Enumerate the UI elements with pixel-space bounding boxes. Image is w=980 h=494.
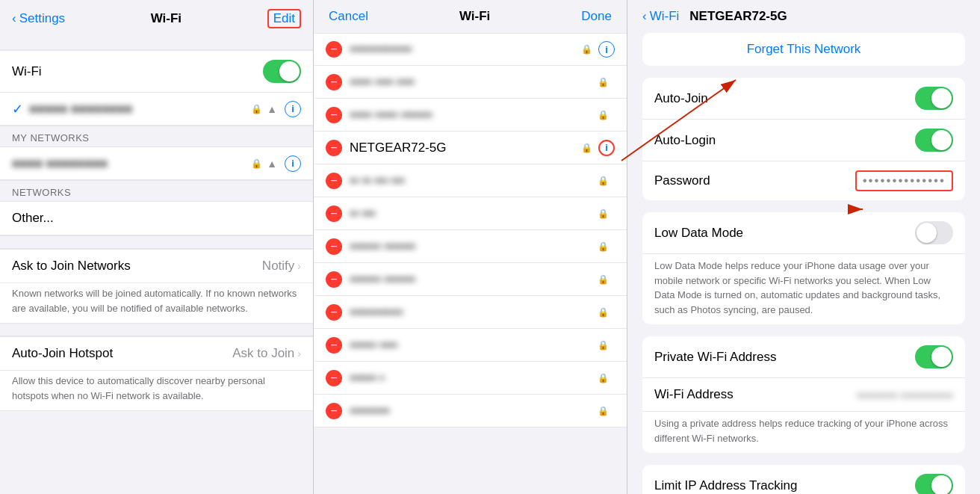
auto-join-toggle[interactable]	[915, 87, 953, 110]
network-name-6: •• •••	[350, 206, 598, 221]
left-content: Wi-Fi ✓ ●●●●● ●●●●●●●● 🔒 ▲ i MY NETWORKS…	[0, 37, 313, 494]
network-list-item-4: −NETGEAR72-5G🔒i	[314, 132, 627, 164]
network-list-item-8: −••••••• •••••••🔒	[314, 263, 627, 296]
network-name-5: •• •• ••• •••	[350, 173, 598, 188]
lock-icon-10: 🔒	[598, 340, 609, 351]
network-icons-1: 🔒	[581, 44, 592, 55]
password-field[interactable]: ••••••••••••••	[855, 170, 953, 191]
low-data-mode-toggle[interactable]	[915, 221, 953, 244]
network-icons-5: 🔒	[598, 176, 609, 186]
network-name-3: ••••• ••••• •••••••	[350, 108, 598, 123]
wifi-address-value: ●●●●●●● ●●●●●●●●●	[857, 389, 953, 401]
network-name-2: ••••• •••• ••••	[350, 75, 598, 90]
network-icons-8: 🔒	[598, 274, 609, 285]
auto-join-hotspot-desc: Allow this device to automatically disco…	[12, 375, 265, 401]
chevron-right-icon-2: ›	[297, 348, 301, 359]
remove-network-button-4[interactable]: −	[326, 140, 342, 156]
other-networks-row[interactable]: Other...	[0, 202, 313, 235]
network-name-1: ••••••••••••••	[350, 42, 581, 57]
auto-login-label: Auto-Login	[654, 133, 915, 148]
middle-panel: Cancel Wi-Fi Done −••••••••••••••🔒i−••••…	[314, 0, 627, 494]
cancel-button[interactable]: Cancel	[329, 9, 368, 24]
remove-network-button-9[interactable]: −	[326, 304, 342, 321]
right-back-button[interactable]: ‹ Wi-Fi	[642, 9, 679, 24]
network-list-item-5: −•• •• ••• •••🔒	[314, 164, 627, 197]
remove-network-button-8[interactable]: −	[326, 271, 342, 288]
auto-login-item: Auto-Login	[642, 120, 965, 161]
wifi-label: Wi-Fi	[12, 64, 42, 79]
chevron-right-icon: ›	[297, 260, 301, 272]
back-button[interactable]: ‹ Settings	[12, 11, 65, 26]
limit-ip-label: Limit IP Address Tracking	[654, 478, 915, 493]
network-settings-card: Auto-Join Auto-Login Password ••••••••••…	[642, 78, 965, 200]
info-button-4[interactable]: i	[598, 140, 615, 156]
my-network-info-button[interactable]: i	[285, 155, 301, 172]
remove-network-button-10[interactable]: −	[326, 337, 342, 353]
auto-login-toggle[interactable]	[915, 129, 953, 152]
network-list-item-9: −••••••••••••🔒	[314, 296, 627, 329]
right-header: ‹ Wi-Fi NETGEAR72-5G	[627, 0, 980, 33]
checkmark-icon: ✓	[12, 101, 23, 117]
private-wifi-toggle[interactable]	[915, 345, 953, 368]
network-icons-10: 🔒	[598, 340, 609, 351]
ask-to-join-label: Ask to Join Networks	[12, 259, 131, 274]
wifi-address-desc: Using a private address helps reduce tra…	[642, 412, 965, 453]
remove-network-button-6[interactable]: −	[326, 206, 342, 222]
network-list-item-2: −••••• •••• ••••🔒	[314, 66, 627, 99]
low-data-mode-desc: Low Data Mode helps reduce your iPhone d…	[642, 254, 965, 324]
remove-network-button-7[interactable]: −	[326, 238, 342, 255]
network-icons-4: 🔒	[581, 143, 592, 153]
edit-button[interactable]: Edit	[267, 9, 301, 28]
lock-icon-2: 🔒	[598, 77, 609, 87]
connected-network-info-button[interactable]: i	[285, 101, 301, 117]
ask-to-join-row[interactable]: Ask to Join Networks Notify ›	[0, 249, 313, 283]
lock-icon-7: 🔒	[598, 241, 609, 252]
remove-network-button-2[interactable]: −	[326, 74, 342, 90]
my-network-icons: 🔒 ▲ i	[251, 155, 301, 172]
password-label: Password	[654, 173, 855, 188]
middle-title: Wi-Fi	[459, 9, 490, 24]
wifi-toggle-row: Wi-Fi	[0, 50, 313, 93]
ask-to-join-value: Notify ›	[262, 259, 301, 274]
right-content: Forget This Network Auto-Join Auto-Login…	[627, 33, 980, 494]
auto-join-item: Auto-Join	[642, 78, 965, 120]
network-name-10: •••••• ••••	[350, 338, 598, 353]
limit-ip-toggle[interactable]	[915, 474, 953, 494]
wifi-address-label: Wi-Fi Address	[654, 387, 857, 402]
done-button[interactable]: Done	[581, 9, 612, 24]
private-wifi-item: Private Wi-Fi Address	[642, 336, 965, 378]
left-header: ‹ Settings Wi-Fi Edit	[0, 0, 313, 37]
network-list-item-3: −••••• ••••• •••••••🔒	[314, 99, 627, 132]
middle-header: Cancel Wi-Fi Done	[314, 0, 627, 33]
my-network-name: ●●●● ●●●●●●●●	[12, 156, 251, 171]
lock-icon-9: 🔒	[598, 307, 609, 318]
lock-icon-8: 🔒	[598, 274, 609, 285]
forget-network-button[interactable]: Forget This Network	[654, 42, 953, 57]
remove-network-button-12[interactable]: −	[326, 403, 342, 419]
auto-join-hotspot-row[interactable]: Auto-Join Hotspot Ask to Join ›	[0, 336, 313, 371]
network-name-11: •••••• •	[350, 371, 598, 386]
network-icons-2: 🔒	[598, 77, 609, 87]
limit-ip-card: Limit IP Address Tracking	[642, 465, 965, 494]
remove-network-button-3[interactable]: −	[326, 107, 342, 123]
right-panel: ‹ Wi-Fi NETGEAR72-5G Forget This Network…	[627, 0, 980, 494]
connected-network-item: ✓ ●●●●● ●●●●●●●● 🔒 ▲ i	[0, 93, 313, 126]
auto-join-hotspot-value: Ask to Join ›	[232, 346, 301, 361]
forget-network-item[interactable]: Forget This Network	[642, 33, 965, 66]
remove-network-button-1[interactable]: −	[326, 41, 342, 58]
my-network-item: ●●●● ●●●●●●●● 🔒 ▲ i	[0, 147, 313, 180]
right-back-label: Wi-Fi	[650, 9, 680, 24]
network-icons-7: 🔒	[598, 241, 609, 252]
auto-join-label: Auto-Join	[654, 91, 915, 106]
wifi-toggle[interactable]	[263, 60, 301, 83]
remove-network-button-11[interactable]: −	[326, 370, 342, 386]
my-networks-header: MY NETWORKS	[0, 126, 313, 146]
network-list-item-1: −••••••••••••••🔒i	[314, 33, 627, 66]
left-panel: ‹ Settings Wi-Fi Edit Wi-Fi ✓ ●●●●● ●●●●…	[0, 0, 314, 494]
limit-ip-item: Limit IP Address Tracking	[642, 465, 965, 494]
remove-network-button-5[interactable]: −	[326, 173, 342, 189]
chevron-left-icon: ‹	[12, 11, 16, 26]
info-button-1[interactable]: i	[598, 41, 615, 58]
network-list-item-6: −•• •••🔒	[314, 197, 627, 230]
networks-header: NETWORKS	[0, 181, 313, 201]
